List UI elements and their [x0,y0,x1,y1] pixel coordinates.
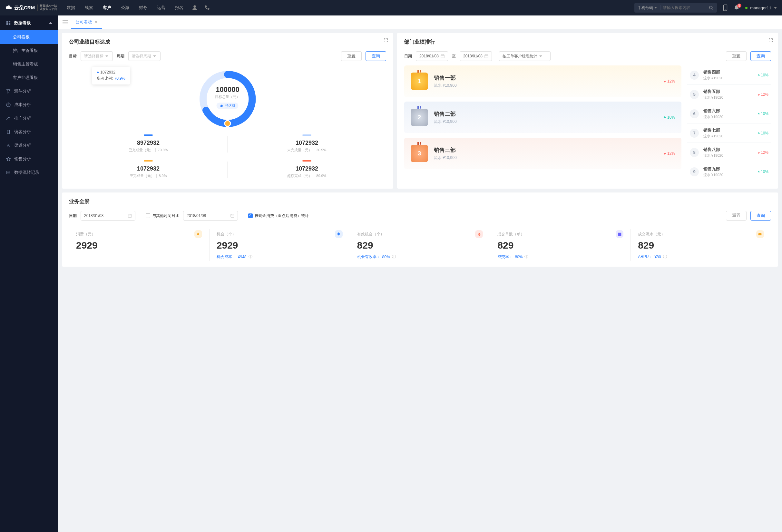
rank-filters: 日期 2018/01/08 至 2018/01/08 按工单客户经理统计 [404,51,771,61]
rank-row-4[interactable]: 4销售四部流水 ¥1902010% [687,66,771,85]
trend-down-icon: 12% [757,150,769,155]
nav-link-3[interactable]: 公海 [121,5,129,11]
achieved-chip: 已达成 [217,103,239,109]
svg-point-3 [225,120,230,127]
dashboard-icon [6,21,11,25]
tab-bar: 公司看板 × [58,15,782,29]
user-menu[interactable]: manager11 [745,5,777,10]
donut-center: 100000 目标总量（元） 已达成 [215,85,240,109]
query-button[interactable]: 查询 [365,51,386,61]
search-input[interactable] [661,5,706,10]
brand: 云朵CRM 教育机构一站式服务云平台 [5,4,57,11]
nav-link-2[interactable]: 客户 [103,5,111,11]
search-type-select[interactable]: 手机号码 [634,5,660,11]
sidebar-item2-1[interactable]: 成本分析 [0,98,58,112]
panel-title: 部门业绩排行 [404,39,771,45]
medal-icon: 3 [411,145,428,162]
compare-checkbox[interactable]: 与其他时间对比 [146,213,179,219]
mobile-device-icon[interactable] [723,4,728,11]
nav-link-4[interactable]: 财务 [139,5,147,11]
sidebar-group-head[interactable]: 数据看板 [0,15,58,30]
date-from-input[interactable]: 2018/01/08 [416,51,448,61]
rank-number: 6 [690,109,699,118]
nav-link-0[interactable]: 数据 [67,5,75,11]
phone-icon[interactable] [204,5,210,11]
target-stats: 8972932已完成量（元）70.9%1072932未完成量（元）20.9%10… [69,131,386,183]
trend-up-icon: 10% [757,131,769,135]
target-panel: 公司业绩目标达成 目标 请选择目标 周期 请选择周期 重置 查询 [62,33,393,189]
rank-card-1[interactable]: 1销售一部流水 ¥10,90012% [404,66,681,97]
help-icon[interactable]: ⓘ [249,254,252,259]
sidebar-item-1[interactable]: 推广主管看板 [0,44,58,58]
chart-tooltip: ●1072932 所占比例: 70.9% [92,67,130,84]
tab-company-dashboard[interactable]: 公司看板 × [71,15,102,29]
target-donut: ●1072932 所占比例: 70.9% 100000 目标总量（元） 已达成 [69,67,386,131]
medal-icon: 2 [411,109,428,126]
calendar-icon [230,214,234,218]
rank-row-9[interactable]: 9销售九部流水 ¥1902010% [687,162,771,181]
reset-button[interactable]: 重置 [341,51,362,61]
search-box: 手机号码 [634,3,717,12]
channel-icon [6,143,11,148]
nav-link-1[interactable]: 线索 [85,5,93,11]
reset-button[interactable]: 重置 [726,211,747,220]
panel-title: 业务全景 [69,198,771,205]
rank-row-6[interactable]: 6销售六部流水 ¥1902010% [687,104,771,123]
period-select[interactable]: 请选择周期 [128,51,161,61]
sidebar-item-2[interactable]: 销售主管看板 [0,58,58,71]
overview-panel: 业务全景 日期 2018/01/08 与其他时间对比 2018/01/08 [62,192,778,267]
nav-link-5[interactable]: 运营 [157,5,165,11]
calendar-icon [485,54,488,58]
rank-number: 4 [690,71,699,80]
rank-number: 9 [690,167,699,176]
help-icon[interactable]: ⓘ [525,254,528,259]
rank-row-7[interactable]: 7销售七部流水 ¥1902010% [687,123,771,143]
trend-up-icon: 10% [757,170,769,174]
rank-row-8[interactable]: 8销售八部流水 ¥1902012% [687,143,771,162]
thumb-up-icon [220,104,223,107]
kpi-0: 消费（元）2929 [69,229,209,261]
date-to-input[interactable]: 2018/01/08 [460,51,492,61]
top-nav: 云朵CRM 教育机构一站式服务云平台 数据线索客户公海财务运营报名 手机号码 5 [0,0,782,15]
sidebar-item-0[interactable]: 公司看板 [0,30,58,44]
sidebar-item2-3[interactable]: 访客分析 [0,125,58,139]
help-icon[interactable]: ⓘ [663,254,667,259]
query-button[interactable]: 查询 [750,51,771,61]
sidebar-item2-6[interactable]: 数据流转记录 [0,166,58,179]
svg-rect-5 [485,55,488,58]
target-select[interactable]: 请选择目标 [80,51,113,61]
panel-title: 公司业绩目标达成 [69,39,386,45]
overview-compare-date[interactable]: 2018/01/08 [183,211,238,220]
rank-number: 5 [690,90,699,99]
search-icon[interactable] [706,5,717,10]
bell-icon[interactable]: 5 [734,5,740,11]
help-icon[interactable]: ⓘ [392,254,396,259]
reset-button[interactable]: 重置 [726,51,747,61]
sidebar-item2-5[interactable]: 销售分析 [0,152,58,166]
target-stat-1: 1072932未完成量（元）20.9% [227,131,386,157]
rank-card-2[interactable]: 2销售二部流水 ¥10,90010% [404,102,681,133]
stat-by-select[interactable]: 按工单客户经理统计 [499,51,550,61]
expand-icon[interactable] [769,38,773,42]
nav-link-6[interactable]: 报名 [175,5,183,11]
brand-subtitle: 教育机构一站式服务云平台 [37,4,57,11]
overview-date-input[interactable]: 2018/01/08 [80,211,135,220]
sidebar-item2-2[interactable]: 推广分析 [0,112,58,125]
collapse-sidebar-icon[interactable] [63,20,68,25]
sidebar-item2-0[interactable]: 漏斗分析 [0,84,58,98]
trend-up-icon: 10% [757,73,769,77]
expand-icon[interactable] [384,38,388,42]
svg-rect-6 [128,214,132,218]
kpi-row: 消费（元）2929机会（个）2929机会成本：¥948ⓘ有效机会（个）829机会… [69,229,771,261]
user-head-icon[interactable] [192,5,198,11]
promo-icon [6,116,11,120]
sidebar-item2-4[interactable]: 渠道分析 [0,139,58,152]
rank-card-3[interactable]: 3销售三部流水 ¥10,90012% [404,138,681,169]
kpi-3: 成交单数（单）829成交率：80%ⓘ [490,229,631,261]
sidebar-item-3[interactable]: 客户经理看板 [0,71,58,84]
sidebar: 数据看板 公司看板推广主管看板销售主管看板客户经理看板 漏斗分析成本分析推广分析… [0,15,58,532]
rank-row-5[interactable]: 5销售五部流水 ¥1902012% [687,85,771,104]
cash-checkbox[interactable]: 按现金消费（返点后消费）统计 [248,213,309,219]
query-button[interactable]: 查询 [750,211,771,220]
close-icon[interactable]: × [95,19,97,24]
